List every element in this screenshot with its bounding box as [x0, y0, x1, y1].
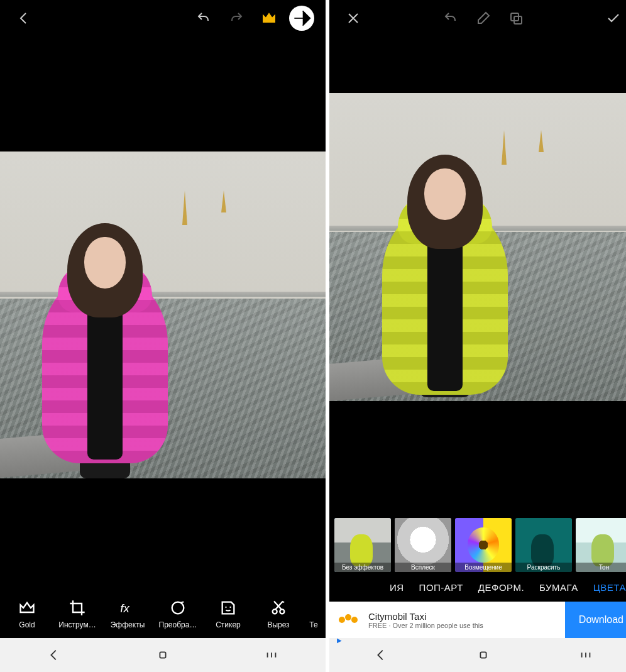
filter-label: Тон: [576, 563, 626, 572]
tool-sticker[interactable]: Стикер: [204, 599, 253, 629]
ad-app-icon: ▶: [336, 607, 361, 632]
android-navbar-left: [0, 638, 326, 672]
cat-paper[interactable]: БУМАГА: [539, 582, 578, 593]
tool-text[interactable]: Те: [304, 599, 323, 629]
crown-outline-icon: [18, 599, 36, 617]
canvas-right[interactable]: [329, 36, 626, 514]
photo-preview-right: [329, 93, 626, 401]
nav-home-icon: [476, 648, 490, 662]
nav-recents-icon: [579, 648, 593, 662]
fx-icon: fx: [119, 599, 136, 617]
filter-label: Возмещение: [455, 563, 512, 572]
back-button[interactable]: [11, 6, 36, 31]
filter-replace[interactable]: Возмещение: [455, 518, 512, 572]
tool-effects[interactable]: fx Эффекты: [103, 599, 152, 629]
check-icon: [606, 11, 621, 26]
svg-text:fx: fx: [120, 602, 129, 615]
arrow-right-icon: [289, 6, 314, 31]
undo-icon: [443, 11, 458, 26]
filter-colorize[interactable]: Раскрасить: [515, 518, 572, 572]
compare-button[interactable]: [503, 6, 529, 31]
sticker-icon: [219, 599, 237, 617]
undo-icon: [196, 11, 211, 26]
ad-subtitle: FREE · Over 2 million people use this: [368, 622, 483, 629]
tool-label: Gold: [19, 620, 35, 629]
android-navbar-right: [329, 638, 626, 672]
filter-splash[interactable]: Всплеск: [395, 518, 451, 572]
nav-home[interactable]: [138, 642, 188, 668]
bottom-toolstrip: Gold Инструм… fx Эффекты Преобра… Стикер…: [0, 593, 326, 638]
svg-point-6: [280, 609, 284, 614]
nav-back-icon: [47, 648, 61, 662]
tool-label: Эффекты: [111, 620, 145, 629]
filter-label: Без эффектов: [334, 563, 391, 572]
nav-back[interactable]: [356, 642, 406, 668]
editor-filter-panel: Без эффектов Всплеск Возмещение Раскраси…: [329, 0, 626, 672]
filter-thumbnails: Без эффектов Всплеск Возмещение Раскраси…: [329, 514, 626, 573]
photo-preview-left: [0, 151, 326, 478]
ad-title: Citymobil Taxi: [368, 611, 483, 622]
premium-button[interactable]: [256, 6, 282, 31]
editor-main-panel: Gold Инструм… fx Эффекты Преобра… Стикер…: [0, 0, 326, 672]
cat-popart[interactable]: ПОП-АРТ: [419, 582, 463, 593]
tool-label: Инструм…: [58, 620, 96, 629]
tool-label: Преобра…: [159, 620, 197, 629]
arrow-left-icon: [16, 11, 31, 26]
crop-icon: [69, 599, 86, 617]
retouch-icon: [169, 599, 187, 617]
tool-instruments[interactable]: Инструм…: [53, 599, 102, 629]
close-icon: [346, 11, 361, 26]
filter-label: Раскрасить: [515, 563, 572, 572]
next-button[interactable]: [289, 6, 314, 31]
svg-rect-11: [480, 652, 486, 658]
svg-point-4: [229, 607, 231, 608]
cat-partial[interactable]: ИЯ: [390, 582, 404, 593]
svg-point-7: [283, 602, 284, 603]
nav-recents-icon: [265, 648, 278, 662]
adchoices-icon[interactable]: ▶: [337, 637, 342, 644]
nav-recents[interactable]: [561, 642, 611, 668]
redo-icon: [229, 11, 244, 26]
redo-button[interactable]: [224, 6, 249, 31]
filter-tone[interactable]: Тон: [576, 518, 626, 572]
svg-rect-8: [160, 652, 165, 658]
cat-colors[interactable]: ЦВЕТА: [593, 582, 626, 593]
close-button[interactable]: [341, 6, 366, 31]
apply-button[interactable]: [601, 6, 626, 31]
nav-home-icon: [156, 648, 170, 662]
category-tabs: ИЯ ПОП-АРТ ДЕФОРМ. БУМАГА ЦВЕТА: [329, 573, 626, 602]
svg-point-1: [172, 602, 184, 614]
nav-recents[interactable]: [246, 642, 297, 668]
svg-point-2: [182, 602, 184, 603]
svg-point-5: [273, 609, 277, 614]
canvas-left[interactable]: [0, 36, 326, 593]
undo-button[interactable]: [191, 6, 216, 31]
text-icon: [305, 599, 322, 617]
compare-icon: [508, 11, 524, 26]
undo-button[interactable]: [438, 6, 463, 31]
tool-label: Стикер: [216, 620, 241, 629]
tool-gold[interactable]: Gold: [3, 599, 52, 629]
tool-label: Те: [309, 620, 317, 629]
ad-content[interactable]: ▶ Citymobil Taxi FREE · Over 2 million p…: [329, 602, 565, 638]
tool-cutout[interactable]: Вырез: [254, 599, 303, 629]
cutout-icon: [270, 599, 287, 617]
eraser-icon: [476, 11, 491, 26]
nav-back[interactable]: [29, 642, 79, 668]
cat-deform[interactable]: ДЕФОРМ.: [478, 582, 524, 593]
tool-label: Вырез: [267, 620, 289, 629]
svg-point-3: [225, 607, 226, 608]
nav-home[interactable]: [458, 642, 508, 668]
crown-icon: [261, 11, 277, 26]
topbar-left: [0, 0, 326, 36]
topbar-right: [329, 0, 626, 36]
ad-banner[interactable]: ▶ Citymobil Taxi FREE · Over 2 million p…: [329, 602, 626, 638]
filter-label: Всплеск: [395, 563, 451, 572]
filter-none[interactable]: Без эффектов: [334, 518, 391, 572]
nav-back-icon: [374, 648, 388, 662]
tool-transform[interactable]: Преобра…: [153, 599, 202, 629]
ad-download-button[interactable]: Download: [565, 602, 626, 638]
eraser-button[interactable]: [471, 6, 496, 31]
